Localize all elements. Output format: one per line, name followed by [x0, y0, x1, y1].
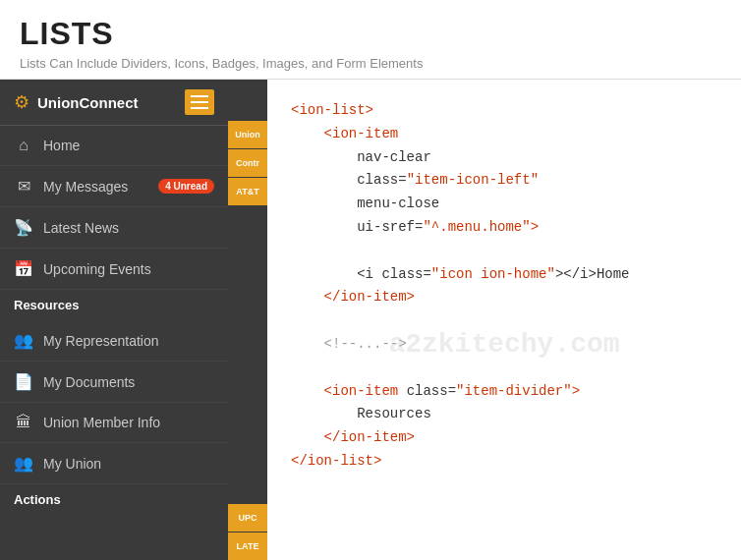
- news-icon: 📡: [14, 218, 33, 237]
- code-line: <ion-item class="item-divider">: [291, 380, 717, 404]
- representation-icon: 👥: [14, 331, 33, 350]
- code-line: class="item-icon-left": [291, 169, 717, 193]
- code-line: </ion-item>: [291, 426, 717, 450]
- late-chip: LATE: [228, 532, 267, 560]
- sidebar-header-left: ⚙ UnionConnect: [14, 91, 139, 113]
- orange-strip: Union Contr AT&T UPC LATE: [228, 80, 267, 560]
- code-line: nav-clear: [291, 146, 717, 170]
- union-chip: Union: [228, 121, 267, 148]
- code-line: <ion-item: [291, 123, 717, 146]
- sidebar: ⚙ UnionConnect ⌂ Home ✉ My Mes: [0, 80, 228, 560]
- hamburger-line: [191, 95, 208, 97]
- code-panel: a2zkitechy.com <ion-list> <ion-item nav-…: [267, 80, 741, 560]
- page-subtitle: Lists Can Include Dividers, Icons, Badge…: [20, 56, 721, 71]
- att-chip: AT&T: [228, 178, 267, 205]
- sidebar-item-label: Upcoming Events: [43, 261, 214, 277]
- sidebar-item-label: Latest News: [43, 220, 214, 236]
- union-icon: 👥: [14, 454, 33, 473]
- code-line: menu-close: [291, 193, 717, 216]
- hamburger-line: [191, 101, 208, 103]
- gear-icon: ⚙: [14, 91, 29, 113]
- sidebar-item-label: My Representation: [43, 333, 214, 349]
- code-line: <!--...-->: [291, 333, 717, 357]
- sidebar-item-documents[interactable]: 📄 My Documents: [0, 362, 228, 403]
- code-line: [291, 357, 717, 380]
- sidebar-item-union[interactable]: 👥 My Union: [0, 443, 228, 484]
- sidebar-item-events[interactable]: 📅 Upcoming Events: [0, 249, 228, 290]
- sidebar-item-home[interactable]: ⌂ Home: [0, 126, 228, 166]
- page-title: LISTS: [20, 16, 721, 52]
- code-line: <ion-list>: [291, 99, 717, 123]
- sidebar-item-union-member[interactable]: 🏛 Union Member Info: [0, 403, 228, 443]
- upc-chip: UPC: [228, 504, 267, 532]
- sidebar-item-news[interactable]: 📡 Latest News: [0, 207, 228, 249]
- code-line: [291, 240, 717, 263]
- code-line: </ion-list>: [291, 450, 717, 474]
- sidebar-item-label: My Messages: [43, 179, 148, 195]
- code-line: Resources: [291, 403, 717, 426]
- hamburger-button[interactable]: [185, 89, 214, 115]
- sidebar-item-messages[interactable]: ✉ My Messages 4 Unread: [0, 166, 228, 207]
- sidebar-item-label: Home: [43, 138, 214, 153]
- sidebar-item-label: My Documents: [43, 374, 214, 390]
- union-member-icon: 🏛: [14, 414, 33, 431]
- hamburger-line: [191, 107, 208, 109]
- page-header: LISTS Lists Can Include Dividers, Icons,…: [0, 0, 741, 80]
- actions-section-label: Actions: [0, 484, 228, 515]
- home-icon: ⌂: [14, 137, 33, 154]
- contrib-chip: Contr: [228, 149, 267, 177]
- code-line: </ion-item>: [291, 286, 717, 309]
- calendar-icon: 📅: [14, 259, 33, 278]
- code-line: ui-sref="^.menu.home">: [291, 216, 717, 240]
- sidebar-item-label: My Union: [43, 456, 214, 472]
- sidebar-nav: ⌂ Home ✉ My Messages 4 Unread 📡 Latest N…: [0, 126, 228, 560]
- code-line: [291, 309, 717, 333]
- documents-icon: 📄: [14, 372, 33, 391]
- sidebar-item-label: Union Member Info: [43, 415, 214, 430]
- resources-section-label: Resources: [0, 290, 228, 320]
- sidebar-title: UnionConnect: [37, 94, 139, 111]
- unread-badge: 4 Unread: [158, 179, 214, 194]
- code-line: <i class="icon ion-home"></i>Home: [291, 263, 717, 287]
- sidebar-item-representation[interactable]: 👥 My Representation: [0, 320, 228, 362]
- sidebar-header: ⚙ UnionConnect: [0, 80, 228, 126]
- messages-icon: ✉: [14, 177, 33, 196]
